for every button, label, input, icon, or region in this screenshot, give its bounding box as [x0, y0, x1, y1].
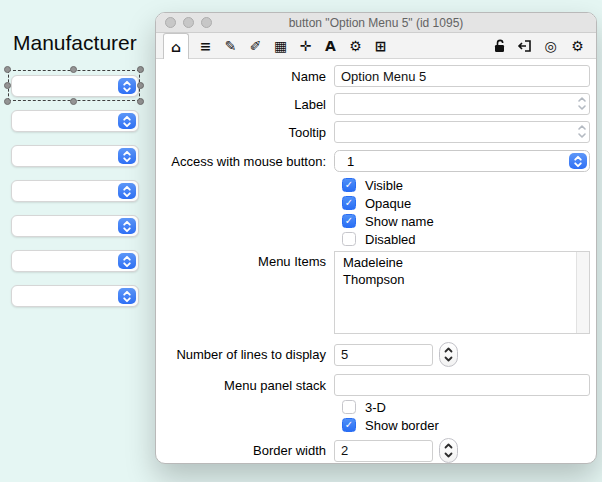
border-width-stepper[interactable] — [439, 438, 458, 463]
border-width-input[interactable] — [334, 440, 433, 462]
selection-handle[interactable] — [4, 82, 11, 89]
image-icon[interactable]: ▦ — [272, 39, 289, 53]
stepper-icon[interactable] — [577, 96, 587, 111]
disabled-label: Disabled — [365, 232, 416, 247]
geometry-icon[interactable]: ⊞ — [372, 39, 389, 53]
popup-chevron-button[interactable] — [118, 218, 136, 234]
send-icon[interactable] — [517, 39, 532, 53]
window-titlebar[interactable]: button "Option Menu 5" (id 1095) — [156, 13, 596, 33]
tooltip-input[interactable] — [334, 121, 590, 143]
stepper-icon[interactable] — [577, 124, 587, 139]
property-inspector-window: button "Option Menu 5" (id 1095) ⌂ ≡ ✎ ✐… — [155, 12, 597, 464]
disabled-row: ✓ Disabled — [342, 232, 590, 246]
lines-display-input[interactable] — [334, 344, 433, 366]
label-input[interactable] — [334, 93, 590, 115]
opaque-label: Opaque — [365, 196, 411, 211]
selection-handle[interactable] — [4, 98, 11, 105]
name-label: Name — [156, 69, 334, 84]
label-label: Label — [156, 97, 334, 112]
three-d-label: 3-D — [365, 400, 386, 415]
canvas-title: Manufacturer — [13, 31, 137, 55]
window-title: button "Option Menu 5" (id 1095) — [156, 16, 596, 30]
popup-chevron-button[interactable] — [118, 148, 136, 164]
menu-panel-input[interactable] — [334, 374, 590, 396]
move-icon[interactable]: ✛ — [297, 39, 314, 53]
settings-icon[interactable]: ⚙ — [569, 39, 586, 53]
wand-icon[interactable]: ✐ — [247, 39, 264, 53]
option-menu-widget[interactable] — [11, 180, 139, 202]
visible-row: ✓ Visible — [342, 178, 590, 192]
option-menu-widget[interactable] — [11, 250, 139, 272]
desktop-canvas: Manufacturer button "Option Menu 5" (id … — [0, 0, 602, 482]
tooltip-label: Tooltip — [156, 125, 334, 140]
text-icon[interactable]: A — [322, 39, 339, 53]
behavior-checkboxes: ✓ Visible ✓ Opaque ✓ Show name ✓ Disable… — [342, 178, 590, 246]
selection-handle[interactable] — [70, 66, 77, 73]
popup-chevron-button[interactable] — [118, 288, 136, 304]
selection-handle[interactable] — [70, 98, 77, 105]
popup-chevron-button[interactable] — [118, 253, 136, 269]
show-name-checkbox[interactable]: ✓ — [342, 214, 356, 228]
contents-icon[interactable]: ≡ — [197, 39, 214, 53]
three-d-checkbox[interactable]: ✓ — [342, 400, 356, 414]
popup-chevron-button[interactable] — [118, 113, 136, 129]
inspector-toolbar: ⌂ ≡ ✎ ✐ ▦ ✛ A ⚙ ⊞ — [156, 33, 596, 59]
popup-chevron-button[interactable] — [118, 183, 136, 199]
gears-icon[interactable]: ⚙ — [347, 39, 364, 53]
pencil-icon[interactable]: ✎ — [222, 39, 239, 53]
inspector-tabs: ⌂ ≡ ✎ ✐ ▦ ✛ A ⚙ ⊞ — [163, 33, 389, 58]
option-menu-widget[interactable] — [11, 285, 139, 307]
three-d-row: ✓ 3-D — [342, 400, 590, 414]
properties-form: Name Label Tooltip — [156, 59, 596, 463]
lines-display-stepper[interactable] — [439, 342, 458, 367]
menu-item-line: Thompson — [343, 272, 569, 289]
target-icon[interactable]: ◎ — [542, 39, 559, 53]
opaque-row: ✓ Opaque — [342, 196, 590, 210]
popup-chevron-button[interactable] — [569, 153, 587, 169]
visible-label: Visible — [365, 178, 403, 193]
show-border-label: Show border — [365, 418, 439, 433]
mouse-button-popup[interactable]: 1 — [334, 150, 590, 172]
visible-checkbox[interactable]: ✓ — [342, 178, 356, 192]
mouse-button-value: 1 — [347, 154, 354, 169]
home-icon: ⌂ — [168, 40, 185, 54]
style-checkboxes: ✓ 3-D ✓ Show border — [342, 400, 590, 432]
tab-basic-properties[interactable]: ⌂ — [163, 33, 189, 59]
name-input[interactable] — [334, 65, 590, 87]
option-menu-widget-selected[interactable] — [11, 75, 139, 97]
opaque-checkbox[interactable]: ✓ — [342, 196, 356, 210]
selection-handle[interactable] — [4, 66, 11, 73]
selection-handle[interactable] — [137, 66, 144, 73]
disabled-checkbox[interactable]: ✓ — [342, 232, 356, 246]
lines-display-label: Number of lines to display — [156, 347, 334, 362]
option-menu-widget[interactable] — [11, 110, 139, 132]
show-name-label: Show name — [365, 214, 434, 229]
menu-panel-label: Menu panel stack — [156, 378, 334, 393]
unlock-icon[interactable] — [493, 39, 507, 53]
border-width-label: Border width — [156, 443, 334, 458]
menu-items-textarea[interactable]: Madeleine Thompson — [334, 251, 590, 334]
show-name-row: ✓ Show name — [342, 214, 590, 228]
option-menu-widget[interactable] — [11, 215, 139, 237]
show-border-checkbox[interactable]: ✓ — [342, 418, 356, 432]
selection-handle[interactable] — [137, 98, 144, 105]
menu-items-label: Menu Items — [156, 251, 334, 269]
scrollbar-track[interactable] — [576, 252, 589, 333]
selection-handle[interactable] — [137, 82, 144, 89]
option-menu-widget[interactable] — [11, 145, 139, 167]
menu-item-line: Madeleine — [343, 255, 569, 272]
mouse-button-label: Access with mouse button: — [156, 154, 334, 169]
show-border-row: ✓ Show border — [342, 418, 590, 432]
popup-chevron-button[interactable] — [118, 78, 136, 94]
